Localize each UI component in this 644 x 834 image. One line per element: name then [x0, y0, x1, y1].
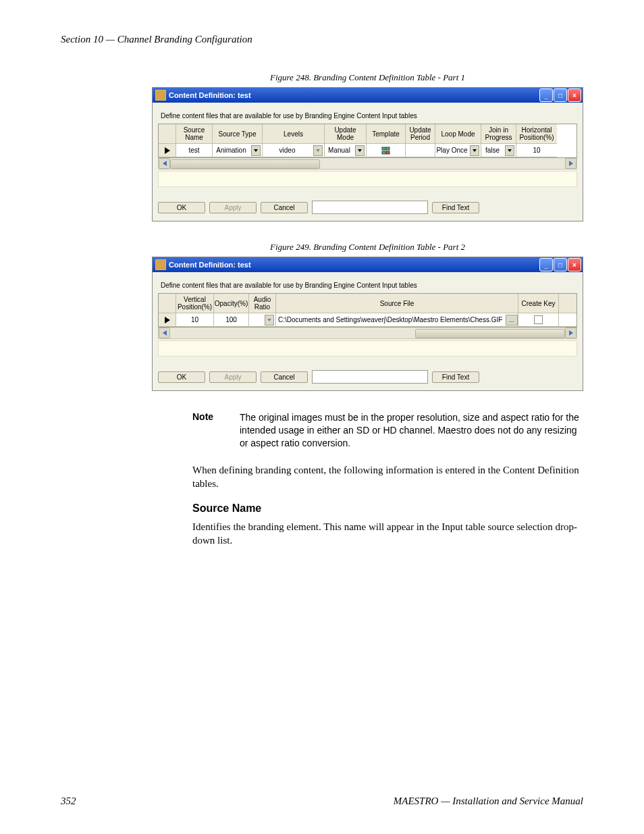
svg-marker-8 [473, 149, 477, 152]
find-text-button[interactable]: Find Text [432, 202, 479, 213]
figure-caption-1: Figure 248. Branding Content Definition … [152, 72, 583, 83]
find-text-input[interactable] [312, 201, 428, 214]
col-source-type[interactable]: Source Type [213, 124, 263, 144]
col-source-file[interactable]: Source File [276, 294, 518, 313]
svg-rect-7 [386, 151, 390, 154]
cell-update-period[interactable] [406, 144, 435, 157]
horizontal-scrollbar[interactable] [158, 328, 577, 339]
page-number: 352 [61, 796, 76, 807]
svg-rect-6 [382, 151, 385, 154]
row-indicator [159, 144, 176, 157]
scroll-left-icon[interactable] [159, 328, 170, 338]
dropdown-icon[interactable] [355, 145, 365, 156]
current-row-icon [165, 317, 170, 323]
maximize-button[interactable]: □ [554, 88, 567, 102]
minimize-button[interactable]: _ [539, 258, 553, 271]
col-levels[interactable]: Levels [263, 124, 325, 144]
section-header: Section 10 — Channel Branding Configurat… [61, 34, 583, 45]
dropdown-icon[interactable] [470, 145, 479, 156]
find-text-input[interactable] [312, 370, 428, 384]
window-title: Content Definition: test [169, 261, 539, 269]
cell-update-mode[interactable]: Manual [325, 144, 367, 157]
close-button[interactable]: × [568, 88, 581, 102]
dropdown-icon[interactable] [251, 145, 261, 156]
content-table-2: Vertical Position(%) Opacity(%) Audio Ra… [158, 293, 577, 328]
row-indicator [159, 313, 176, 327]
apply-button[interactable]: Apply [209, 371, 257, 383]
svg-marker-14 [163, 330, 167, 336]
col-join-in-progress[interactable]: Join in Progress [481, 124, 516, 144]
dropdown-icon[interactable] [313, 145, 323, 156]
svg-marker-3 [358, 149, 362, 152]
spacer-row [158, 171, 577, 187]
description-text: Define content files that are available … [161, 112, 577, 120]
description-text: Define content files that are available … [161, 282, 577, 289]
content-table: Source Name Source Type Levels Update Mo… [158, 124, 577, 158]
table-row[interactable]: 10 100 C:\Documents and Settings\weaverj… [159, 313, 576, 327]
col-template[interactable]: Template [367, 124, 406, 144]
scroll-thumb[interactable] [170, 159, 320, 169]
cell-source-file[interactable]: C:\Documents and Settings\weaverj\Deskto… [276, 313, 518, 327]
figure-caption-2: Figure 249. Branding Content Definition … [152, 242, 583, 253]
scroll-thumb[interactable] [415, 329, 565, 338]
app-icon [155, 259, 166, 270]
scroll-right-icon[interactable] [565, 158, 576, 169]
svg-marker-1 [254, 149, 258, 152]
cell-opacity[interactable]: 100 [214, 313, 249, 327]
titlebar[interactable]: Content Definition: test _ □ × [153, 88, 583, 103]
window-title: Content Definition: test [169, 91, 539, 99]
template-picker-icon[interactable] [381, 146, 391, 155]
svg-marker-12 [165, 317, 170, 323]
col-hpos[interactable]: Horizontal Position(%) [516, 124, 557, 144]
col-audio-ratio[interactable]: Audio Ratio [249, 294, 276, 313]
browse-button[interactable]: … [506, 315, 518, 325]
ok-button[interactable]: OK [158, 371, 205, 383]
current-row-icon [165, 147, 170, 154]
horizontal-scrollbar[interactable] [158, 158, 577, 170]
close-button[interactable]: × [568, 258, 581, 271]
cancel-button[interactable]: Cancel [261, 202, 308, 213]
cell-template[interactable] [367, 144, 406, 157]
col-loop-mode[interactable]: Loop Mode [435, 124, 481, 144]
col-update-period[interactable]: Update Period [406, 124, 435, 144]
scroll-right-icon[interactable] [565, 328, 576, 338]
col-create-key[interactable]: Create Key [518, 294, 559, 313]
dropdown-icon[interactable] [265, 315, 274, 325]
svg-marker-0 [165, 147, 170, 154]
svg-marker-9 [508, 149, 512, 152]
svg-marker-11 [569, 161, 573, 166]
maximize-button[interactable]: □ [554, 258, 567, 271]
cell-create-key[interactable] [518, 313, 559, 327]
scroll-left-icon[interactable] [159, 158, 170, 169]
col-extra [559, 294, 576, 313]
cell-levels[interactable]: video [263, 144, 325, 157]
col-vpos[interactable]: Vertical Position(%) [176, 294, 214, 313]
cell-hpos[interactable]: 10 [516, 144, 557, 157]
table-row[interactable]: test Animation video Manual Play Once fa… [159, 144, 576, 157]
titlebar[interactable]: Content Definition: test _ □ × [153, 257, 583, 272]
cell-audio-ratio[interactable] [249, 313, 276, 327]
cell-loop-mode[interactable]: Play Once [435, 144, 481, 157]
cell-source-type[interactable]: Animation [213, 144, 263, 157]
cell-source-name[interactable]: test [176, 144, 213, 157]
create-key-checkbox[interactable] [534, 315, 543, 324]
svg-marker-15 [569, 330, 573, 336]
ok-button[interactable]: OK [158, 202, 205, 213]
manual-title: MAESTRO — Installation and Service Manua… [394, 796, 583, 807]
apply-button[interactable]: Apply [209, 202, 257, 213]
col-update-mode[interactable]: Update Mode [325, 124, 367, 144]
row-header-blank [159, 294, 176, 313]
col-source-name[interactable]: Source Name [176, 124, 213, 144]
svg-rect-4 [382, 147, 385, 150]
cell-vpos[interactable]: 10 [176, 313, 214, 327]
cancel-button[interactable]: Cancel [261, 371, 308, 383]
dropdown-icon[interactable] [505, 145, 514, 156]
find-text-button[interactable]: Find Text [432, 371, 479, 383]
cell-join-in-progress[interactable]: false [481, 144, 516, 157]
spacer-row [158, 340, 577, 357]
minimize-button[interactable]: _ [539, 88, 553, 102]
app-icon [155, 90, 166, 101]
body-paragraph: When defining branding content, the foll… [192, 463, 583, 491]
col-opacity[interactable]: Opacity(%) [214, 294, 249, 313]
svg-marker-13 [267, 319, 271, 321]
